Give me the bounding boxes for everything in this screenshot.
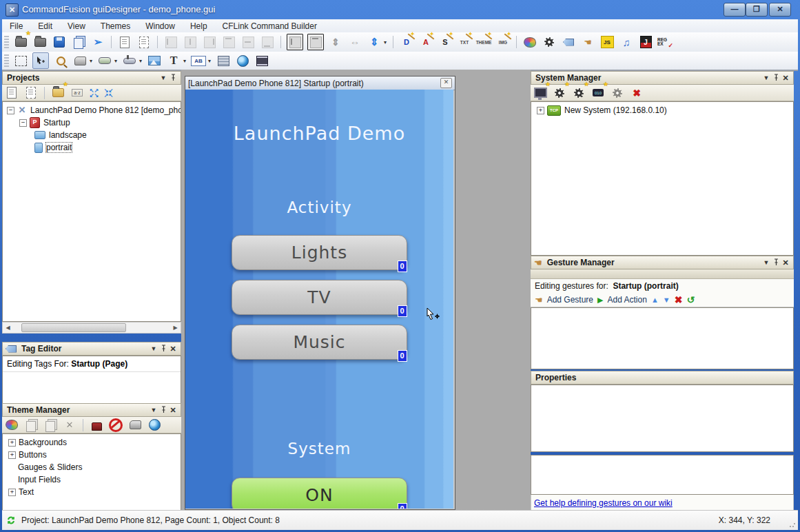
theme-manager-header[interactable]: Theme Manager ▼ ✕	[2, 403, 181, 417]
align-middle-icon[interactable]	[240, 34, 256, 50]
scroll-left-icon[interactable]: ◀	[3, 325, 13, 331]
paste-theme-icon[interactable]	[43, 418, 58, 433]
menu-view[interactable]: View	[60, 21, 93, 31]
tree-node-page[interactable]: P Startup	[3, 116, 181, 129]
menu-themes[interactable]: Themes	[93, 21, 138, 31]
move-up-icon[interactable]: ▲	[651, 296, 659, 304]
new-theme-icon[interactable]	[4, 418, 19, 433]
page-heading[interactable]: LaunchPad Demo	[185, 123, 453, 144]
sound-icon[interactable]: ♫	[619, 34, 634, 50]
list-tool-icon[interactable]	[216, 53, 231, 68]
slider-tool-icon[interactable]	[122, 53, 137, 68]
align-left-icon[interactable]	[163, 34, 178, 50]
close-button[interactable]: ✕	[769, 3, 791, 17]
panel-pin-icon[interactable]	[771, 74, 781, 83]
orientation-flip-icon[interactable]: ⇕	[367, 34, 382, 50]
menu-edit[interactable]: Edit	[30, 21, 60, 31]
panel-pin-icon[interactable]	[158, 406, 168, 415]
text-tool-icon[interactable]: T	[166, 53, 181, 68]
image-tool-icon[interactable]	[147, 53, 162, 68]
menu-help[interactable]: Help	[183, 21, 215, 31]
collapse-icon[interactable]	[7, 107, 14, 114]
panel-pin-icon[interactable]	[168, 74, 178, 83]
activity-label[interactable]: Activity	[185, 198, 453, 216]
delete-theme-icon[interactable]: ✕	[62, 418, 77, 433]
title-bar[interactable]: ✕ CommandFusion guiDesigner - demo_phone…	[0, 0, 800, 19]
maximize-button[interactable]: ❒	[746, 3, 768, 17]
panel-close-icon[interactable]: ✕	[168, 345, 178, 354]
device-wizard-icon[interactable]: D	[399, 34, 414, 50]
projects-panel-header[interactable]: Projects ▼	[2, 71, 181, 85]
tree-node-system[interactable]: TCP New System (192.168.0.10)	[531, 104, 793, 116]
panel-pin-icon[interactable]	[771, 258, 781, 267]
music-button[interactable]: Music 0	[232, 325, 407, 360]
sort-az-icon[interactable]: a·z	[70, 85, 85, 101]
theme-palette-icon[interactable]	[522, 34, 537, 50]
button-tool-icon[interactable]	[97, 53, 112, 68]
add-system-icon[interactable]	[533, 85, 548, 101]
input-tool-icon[interactable]: AB	[191, 53, 206, 68]
add-command-icon[interactable]: 010	[591, 85, 606, 101]
panel-menu-icon[interactable]: ▼	[761, 74, 771, 81]
add-devices-icon[interactable]	[571, 85, 586, 101]
gesture-list[interactable]	[531, 307, 794, 369]
tree-node-input-fields[interactable]: Input Fields	[3, 473, 181, 486]
canvas-close-icon[interactable]: ✕	[440, 78, 452, 88]
save-all-icon[interactable]	[71, 34, 86, 50]
settings-gear-icon[interactable]	[542, 34, 557, 50]
system-manager-header[interactable]: System Manager ▼ ✕	[531, 71, 794, 85]
projects-horizontal-scrollbar[interactable]: ◀ ▶	[2, 322, 181, 334]
add-device-icon[interactable]	[552, 85, 567, 101]
theme-web-icon[interactable]	[147, 418, 162, 433]
shape-tool-icon[interactable]	[72, 53, 88, 68]
move-tool-icon[interactable]	[32, 52, 49, 69]
edit-device-icon[interactable]	[610, 85, 625, 101]
text-dropdown-icon[interactable]	[181, 58, 188, 64]
expand-icon[interactable]	[8, 451, 16, 459]
delete-system-icon[interactable]: ✖	[629, 85, 644, 101]
expand-icon[interactable]	[8, 489, 16, 496]
save-icon[interactable]	[52, 34, 67, 50]
project-page-copy-icon[interactable]	[23, 85, 39, 101]
system-wizard-icon[interactable]: S	[438, 34, 453, 50]
gesture-manager-header[interactable]: ☚ Gesture Manager ▼ ✕	[531, 256, 794, 269]
match-width-icon[interactable]	[287, 34, 303, 50]
panel-menu-icon[interactable]: ▼	[149, 345, 158, 352]
panel-pin-icon[interactable]	[158, 345, 168, 354]
properties-body[interactable]	[531, 385, 794, 452]
add-action-icon[interactable]: ▶	[597, 296, 603, 305]
add-gesture-icon[interactable]: ☚	[535, 295, 543, 305]
collapse-icon[interactable]	[19, 119, 27, 127]
orientation-dropdown-icon[interactable]	[382, 39, 389, 45]
collapse-all-icon[interactable]: ↘↙↗↖	[103, 88, 114, 98]
web-tool-icon[interactable]	[235, 53, 250, 68]
phone-page-design[interactable]: LaunchPad Demo Activity Lights 0 TV 0 Mu…	[185, 90, 453, 509]
panel-close-icon[interactable]: ✕	[168, 406, 178, 415]
align-top-icon[interactable]	[221, 34, 236, 50]
tree-node-text[interactable]: Text	[3, 486, 181, 498]
tag-editor-icon[interactable]	[561, 34, 576, 50]
tree-node-gauges[interactable]: Gauges & Sliders	[3, 461, 181, 473]
panel-menu-icon[interactable]: ▼	[158, 74, 168, 81]
import-page-icon[interactable]	[136, 34, 152, 50]
on-button[interactable]: ON 0	[232, 478, 407, 509]
scroll-right-icon[interactable]: ▶	[170, 325, 181, 331]
center-vertical-icon[interactable]: ⇕	[328, 34, 343, 50]
system-label[interactable]: System	[185, 440, 453, 458]
canvas-title-bar[interactable]: [LaunchPad Demo Phone 812] Startup (port…	[185, 76, 455, 90]
toolbar-grip[interactable]	[4, 36, 9, 48]
move-down-icon[interactable]: ▼	[663, 296, 670, 304]
project-page-icon[interactable]	[4, 85, 19, 101]
video-tool-icon[interactable]	[254, 53, 269, 68]
action-wizard-icon[interactable]: A	[418, 34, 433, 50]
panel-close-icon[interactable]: ✕	[781, 74, 790, 83]
menu-window[interactable]: Window	[138, 21, 183, 31]
undo-gesture-icon[interactable]: ↺	[686, 294, 695, 305]
theme-shape-icon[interactable]	[127, 418, 143, 433]
lights-button[interactable]: Lights 0	[232, 235, 407, 270]
tree-node-backgrounds[interactable]: Backgrounds	[3, 436, 181, 449]
panel-menu-icon[interactable]: ▼	[149, 407, 158, 413]
resize-grip-icon[interactable]	[789, 521, 796, 528]
tree-node-buttons[interactable]: Buttons	[3, 449, 181, 461]
apply-theme-icon[interactable]	[89, 418, 104, 433]
